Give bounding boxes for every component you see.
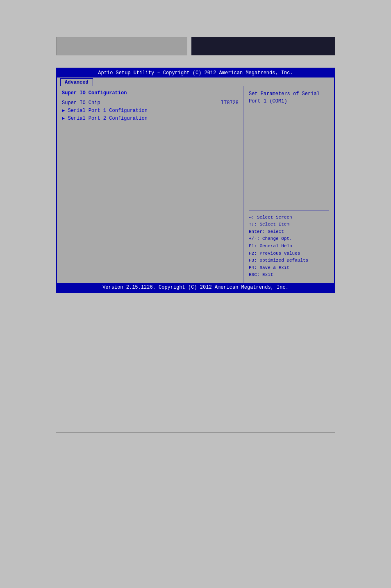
bios-left-panel: Super IO Configuration Super IO Chip IT8… bbox=[57, 86, 244, 283]
banner-right bbox=[191, 37, 335, 55]
key-enter-select: Enter: Select bbox=[249, 228, 329, 236]
bios-frame: Aptio Setup Utility – Copyright (C) 2012… bbox=[56, 68, 335, 293]
top-banner bbox=[56, 37, 335, 59]
key-select-screen: ↔: Select Screen bbox=[249, 214, 329, 221]
serial-port-2-item[interactable]: Serial Port 2 Configuration bbox=[62, 115, 239, 121]
footer-text: Version 2.15.1226. Copyright (C) 2012 Am… bbox=[102, 285, 289, 290]
bios-tab-bar: Advanced bbox=[57, 77, 334, 86]
key-f2-previous: F2: Previous Values bbox=[249, 250, 329, 258]
key-f4-save: F4: Save & Exit bbox=[249, 264, 329, 272]
bios-right-panel: Set Parameters of Serial Port 1 (COM1) ↔… bbox=[244, 86, 334, 283]
key-f1-help: F1: General Help bbox=[249, 243, 329, 250]
banner-left bbox=[56, 37, 187, 55]
page-wrapper: Aptio Setup Utility – Copyright (C) 2012… bbox=[0, 0, 391, 588]
key-change-opt: +/-: Change Opt. bbox=[249, 235, 329, 243]
help-text: Set Parameters of Serial Port 1 (COM1) bbox=[249, 90, 329, 207]
super-io-chip-value: IT8728 bbox=[221, 100, 239, 106]
super-io-chip-row: Super IO Chip IT8728 bbox=[62, 100, 239, 106]
bios-title: Aptio Setup Utility – Copyright (C) 2012… bbox=[98, 70, 293, 76]
tab-advanced[interactable]: Advanced bbox=[60, 78, 93, 86]
bios-footer: Version 2.15.1226. Copyright (C) 2012 Am… bbox=[57, 283, 334, 292]
bios-content: Super IO Configuration Super IO Chip IT8… bbox=[57, 86, 334, 283]
super-io-chip-label: Super IO Chip bbox=[62, 100, 100, 106]
section-title: Super IO Configuration bbox=[62, 90, 239, 96]
bottom-divider bbox=[56, 432, 335, 433]
panel-divider bbox=[249, 210, 329, 211]
key-help-block: ↔: Select Screen ↑↓: Select Item Enter: … bbox=[249, 214, 329, 279]
key-select-item: ↑↓: Select Item bbox=[249, 221, 329, 228]
serial-port-1-item[interactable]: Serial Port 1 Configuration bbox=[62, 107, 239, 114]
bios-title-bar: Aptio Setup Utility – Copyright (C) 2012… bbox=[57, 68, 334, 77]
key-esc-exit: ESC: Exit bbox=[249, 271, 329, 279]
key-f3-defaults: F3: Optimized Defaults bbox=[249, 257, 329, 264]
